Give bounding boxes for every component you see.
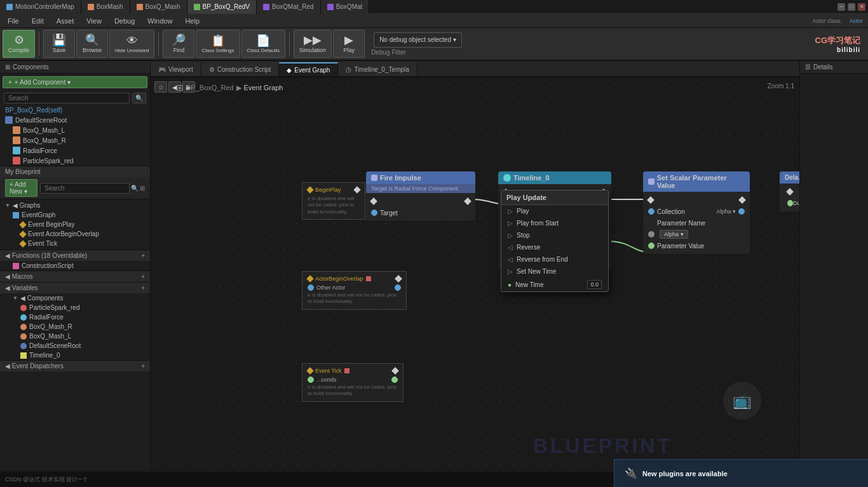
close-button[interactable]: ✕: [858, 3, 865, 11]
bp-filter-icon[interactable]: ⊞: [140, 185, 145, 192]
window-controls: ─ □ ✕: [837, 3, 868, 11]
context-item-set-new-time[interactable]: ▷ Set New Time: [501, 265, 608, 277]
browse-button[interactable]: 🔍 Browse: [76, 30, 108, 58]
component-radial-force[interactable]: RadialForce: [0, 145, 150, 156]
my-bp-divider: My Blueprint: [0, 166, 150, 177]
var-boxq-mash-l[interactable]: BoxQ_Mash_L: [0, 331, 150, 341]
hide-unrelated-button[interactable]: 👁 Hide Unrelated: [109, 30, 154, 58]
event-begin-play-item[interactable]: Event BeginPlay: [0, 220, 150, 229]
menu-asset[interactable]: Asset: [54, 17, 77, 25]
tab-icon-boxqmash: [137, 4, 143, 10]
tab-boxqmat[interactable]: BoxQMat: [321, 0, 370, 14]
breadcrumb-current: Event Graph: [244, 84, 283, 91]
scalar-header: Set Scalar Parameter Value: [643, 171, 750, 192]
set-scalar-node[interactable]: Set Scalar Parameter Value: [643, 171, 750, 254]
var-timeline-icon: [20, 352, 27, 359]
context-item-play-from-start[interactable]: ▷ Play from Start: [501, 217, 608, 229]
var-timeline[interactable]: Timeline_0: [0, 350, 150, 360]
event-dispatchers-divider: ◀ Event Dispatchers +: [0, 360, 150, 371]
scalar-alpha-dropdown[interactable]: Alpha ▾: [716, 208, 736, 215]
add-new-button[interactable]: + Add New ▾: [5, 179, 37, 197]
component-search-input[interactable]: [4, 93, 130, 103]
tab-boxmash[interactable]: BoxMash: [81, 0, 130, 14]
var-mesh-l-label: BoxQ_Mash_L: [29, 333, 71, 340]
dispatchers-add-btn[interactable]: +: [141, 363, 145, 370]
menu-help[interactable]: Help: [182, 17, 202, 25]
functions-add-btn[interactable]: +: [141, 252, 145, 259]
scalar-collection-row: Collection Alpha ▾: [643, 206, 750, 217]
tab-viewport[interactable]: 🎮 Viewport: [151, 62, 201, 76]
event-graph-item[interactable]: EventGraph: [0, 210, 150, 220]
compile-button[interactable]: ⚙ Compile: [3, 30, 35, 58]
var-force-icon: [20, 314, 27, 321]
find-icon: 🔎: [172, 34, 186, 46]
component-default-scene-root[interactable]: DefaultSceneRoot: [0, 115, 150, 125]
minimize-button[interactable]: ─: [837, 3, 845, 11]
event-tick-delta-out-pin: [391, 377, 398, 383]
delay-title: Dela...: [785, 174, 799, 181]
scalar-alpha-color-pin: [648, 231, 654, 237]
canvas-area[interactable]: ☆ ◀ ▶ ⊞ BP_BoxQ_Red ▶ Event Graph Zoom 1…: [151, 77, 799, 470]
component-particle-spark[interactable]: ParticleSpark_red: [0, 156, 150, 166]
var-particle-spark[interactable]: ParticleSpark_red: [0, 303, 150, 312]
var-radial-force[interactable]: RadialForce: [0, 312, 150, 322]
add-component-button[interactable]: + + Add Component ▾: [3, 76, 147, 88]
menu-window[interactable]: Window: [145, 17, 175, 25]
save-icon: 💾: [52, 34, 66, 46]
component-boxq-mash-r[interactable]: BoxQ_Mash_R: [0, 135, 150, 145]
context-item-reverse-end[interactable]: ◁ Reverse from End: [501, 253, 608, 265]
event-tick-item[interactable]: Event Tick: [0, 239, 150, 248]
delay-node-partial[interactable]: Dela... Dura...: [780, 171, 799, 211]
tab-bp-boxq-red[interactable]: BP_BoxQ_RedV: [187, 0, 257, 14]
variables-divider: ◀ Variables +: [0, 282, 150, 293]
nav-bookmark-btn[interactable]: ☆: [154, 81, 167, 93]
tab-boxqmash[interactable]: BoxQ_Mash: [130, 0, 187, 14]
construction-script-item[interactable]: ConstructionScript: [0, 261, 150, 270]
variables-components-label[interactable]: ▼ ◀ Components: [0, 293, 150, 303]
macros-add-btn[interactable]: +: [141, 273, 145, 280]
context-item-new-time[interactable]: ● New Time 0.0: [501, 277, 608, 291]
class-defaults-button[interactable]: 📄 Class Defaults: [241, 30, 286, 58]
simulation-button[interactable]: ▶▶ Simulation: [294, 30, 332, 58]
context-item-reverse[interactable]: ◁ Reverse: [501, 241, 608, 253]
component-boxq-mash-l[interactable]: BoxQ_Mash_L: [0, 125, 150, 135]
tab-motioncontrollermap[interactable]: MotionControllerMap: [0, 0, 81, 14]
play-button[interactable]: ▶ Play: [333, 30, 365, 58]
tab-timeline-template[interactable]: ◷ Timeline_0_Templa: [338, 62, 417, 76]
component-search-button[interactable]: 🔍: [132, 93, 146, 103]
fire-impulse-node[interactable]: Fire Impulse Target is Radial Force Comp…: [366, 171, 475, 221]
event-actor-overlap-item[interactable]: Event ActorBeginOverlap: [0, 229, 150, 239]
bp-search-icon[interactable]: 🔍: [131, 185, 139, 192]
context-reverse-icon: ◁: [508, 244, 513, 251]
var-boxq-mash-r[interactable]: BoxQ_Mash_R: [0, 322, 150, 331]
save-button[interactable]: 💾 Save: [43, 30, 75, 58]
scalar-alpha-value[interactable]: Alpha ▾: [660, 230, 688, 239]
scalar-param-left: Parameter Name: [648, 220, 705, 227]
tab-event-graph[interactable]: ◆ Event Graph: [279, 62, 338, 76]
context-item-play[interactable]: ▷ Play: [501, 205, 608, 217]
context-item-stop[interactable]: ▷ Stop: [501, 229, 608, 241]
var-default-scene-root[interactable]: DefaultSceneRoot: [0, 341, 150, 350]
menu-view[interactable]: View: [84, 17, 104, 25]
find-button[interactable]: 🔎 Find: [163, 30, 194, 58]
my-bp-search-input[interactable]: [40, 183, 130, 194]
scalar-param-value-left: Parameter Value: [648, 243, 704, 250]
viewport-tab-icon: 🎮: [158, 66, 166, 73]
graphs-label[interactable]: ▼ ◀ Graphs: [0, 201, 150, 210]
tab-boxqmat-red[interactable]: BoxQMat_Red: [257, 0, 321, 14]
zoom-label: Zoom 1:1: [768, 83, 794, 90]
scalar-param-value-label: Parameter Value: [657, 243, 704, 250]
debug-filter-label: Debug Filter: [371, 49, 405, 56]
var-scene-icon: [20, 343, 27, 349]
class-settings-button[interactable]: 📋 Class Settings: [196, 30, 240, 58]
menu-debug[interactable]: Debug: [112, 17, 137, 25]
menu-file[interactable]: File: [5, 17, 22, 25]
particle-icon: [13, 157, 20, 164]
maximize-button[interactable]: □: [848, 3, 855, 11]
debug-filter-dropdown[interactable]: No debug object selected ▾: [374, 32, 462, 48]
tab-construction-script[interactable]: ⚙ Construction Script: [201, 62, 279, 76]
variables-add-btn[interactable]: +: [141, 284, 145, 291]
scalar-title: Set Scalar Parameter Value: [657, 174, 745, 189]
menu-edit[interactable]: Edit: [29, 17, 46, 25]
actor-class-value: Actor: [850, 18, 863, 24]
